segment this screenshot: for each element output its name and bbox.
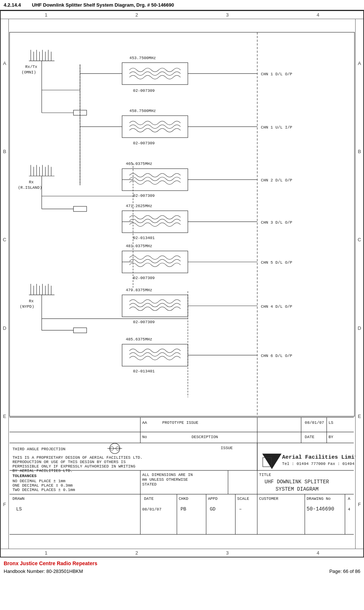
col-label-b1: 1 xyxy=(1,550,91,556)
svg-text:DESCRIPTION: DESCRIPTION xyxy=(192,435,218,439)
svg-text:UHF DOWNLINK SPLITTER: UHF DOWNLINK SPLITTER xyxy=(265,479,329,485)
svg-text:479.8375MHz: 479.8375MHz xyxy=(126,288,152,292)
svg-rect-45 xyxy=(73,206,87,212)
svg-text:CHN 6 D/L O/P: CHN 6 D/L O/P xyxy=(261,354,292,358)
svg-text:THIRD ANGLE PROJECTION: THIRD ANGLE PROJECTION xyxy=(12,447,65,451)
svg-text:mm UNLESS OTHERWISE: mm UNLESS OTHERWISE xyxy=(142,477,188,482)
svg-text:Rx/Tx: Rx/Tx xyxy=(25,65,37,69)
col-label-3: 3 xyxy=(182,12,273,18)
svg-text:Tel : 01494 777000  Fax : 0149: Tel : 01494 777000 Fax : 01494 777002 xyxy=(282,462,355,466)
col-label-1: 1 xyxy=(1,12,91,18)
svg-text:458.7500MHz: 458.7500MHz xyxy=(130,109,156,113)
svg-text:CHN 1 D/L O/P: CHN 1 D/L O/P xyxy=(261,72,292,76)
svg-text:4: 4 xyxy=(348,507,350,512)
col-label-2: 2 xyxy=(91,12,182,18)
row-label-c-right: C xyxy=(356,196,363,284)
svg-text:465.0375MHz: 465.0375MHz xyxy=(126,162,152,166)
svg-text:02-007309: 02-007309 xyxy=(133,141,155,145)
svg-text:ALL DIMENSIONS ARE IN: ALL DIMENSIONS ARE IN xyxy=(142,473,193,477)
svg-text:SCALE: SCALE xyxy=(237,497,249,501)
svg-text:TWO DECIMAL PLACES ± 0.1mm: TWO DECIMAL PLACES ± 0.1mm xyxy=(12,488,75,492)
svg-marker-128 xyxy=(263,454,281,469)
svg-text:ONE DECIMAL PLACE ± 0.3mm: ONE DECIMAL PLACE ± 0.3mm xyxy=(12,483,73,488)
col-label-b4: 4 xyxy=(273,550,363,556)
svg-text:(R.ISLAND): (R.ISLAND) xyxy=(18,185,42,190)
svg-text:02-013401: 02-013401 xyxy=(133,236,155,240)
svg-text:02-007309: 02-007309 xyxy=(133,276,155,280)
row-label-d-left: D xyxy=(1,284,8,372)
svg-rect-90 xyxy=(122,344,188,366)
diagram-svg: text { font-family: 'Courier New', Couri… xyxy=(9,19,355,549)
svg-text:50-146690: 50-146690 xyxy=(307,506,334,512)
svg-text:AA: AA xyxy=(142,420,147,425)
svg-text:TITLE: TITLE xyxy=(259,473,271,477)
svg-text:STATED: STATED xyxy=(142,482,157,487)
svg-text:TOLERANCES: TOLERANCES xyxy=(12,474,37,478)
svg-text:PB: PB xyxy=(181,506,186,512)
row-label-e-left: E xyxy=(1,372,8,460)
svg-text:DATE: DATE xyxy=(305,435,314,439)
col-label-b3: 3 xyxy=(182,550,273,556)
svg-text:(NYPD): (NYPD) xyxy=(20,304,34,309)
svg-text:SYSTEM DIAGRAM: SYSTEM DIAGRAM xyxy=(276,486,318,492)
row-label-f-left: F xyxy=(1,461,8,549)
row-label-a-right: A xyxy=(356,19,363,107)
row-label-c-left: C xyxy=(1,196,8,284)
section-number: 4.2.14.4 xyxy=(4,2,21,8)
row-label-f-right: F xyxy=(356,461,363,549)
row-label-e-right: E xyxy=(356,372,363,460)
svg-text:THIS IS A PROPRIETARY DESIGN O: THIS IS A PROPRIETARY DESIGN OF AERIAL F… xyxy=(12,455,142,460)
svg-text:BY: BY xyxy=(328,435,334,439)
footer-area: Bronx Justice Centre Radio Repeaters Han… xyxy=(0,557,364,577)
svg-text:Aerial Facilities Limited: Aerial Facilities Limited xyxy=(282,454,355,460)
row-label-d-right: D xyxy=(356,284,363,372)
svg-text:–: – xyxy=(239,506,242,512)
drawing-content: text { font-family: 'Courier New', Couri… xyxy=(9,19,355,549)
svg-text:02-007309: 02-007309 xyxy=(133,89,155,93)
row-label-b-right: B xyxy=(356,107,363,195)
svg-text:APPD: APPD xyxy=(208,497,218,501)
svg-text:DATE: DATE xyxy=(144,497,153,501)
svg-text:CHN 2 D/L O/P: CHN 2 D/L O/P xyxy=(261,178,292,183)
page-number: Page: 66 of 86 xyxy=(329,569,360,574)
title-text: UHF Downlink Splitter Shelf System Diagr… xyxy=(32,2,174,8)
svg-text:CHN 1 U/L I/P: CHN 1 U/L I/P xyxy=(261,125,292,130)
top-border: 1 2 3 4 xyxy=(1,11,363,19)
svg-text:Rx: Rx xyxy=(29,180,34,184)
svg-text:LS: LS xyxy=(16,506,22,512)
svg-rect-25 xyxy=(122,116,188,138)
svg-text:(OMNI): (OMNI) xyxy=(22,70,36,75)
svg-text:No: No xyxy=(142,435,147,439)
svg-text:CHN 5 D/L O/P: CHN 5 D/L O/P xyxy=(261,260,292,265)
svg-text:02-007309: 02-007309 xyxy=(133,194,155,198)
svg-text:CHN 3 D/L O/P: CHN 3 D/L O/P xyxy=(261,220,292,225)
svg-text:08/01/07: 08/01/07 xyxy=(305,420,324,425)
handbook-number: Handbook Number: 80-283501HBKM xyxy=(4,569,83,574)
bottom-border: 1 2 3 4 xyxy=(1,549,363,557)
svg-text:471.2625MHz: 471.2625MHz xyxy=(126,204,152,208)
row-label-a-left: A xyxy=(1,19,8,107)
left-border: A B C D E F xyxy=(1,19,9,549)
svg-text:GD: GD xyxy=(210,506,216,512)
svg-text:DRAWN: DRAWN xyxy=(12,497,25,501)
svg-text:LS: LS xyxy=(328,420,334,425)
footer-info: Handbook Number: 80-283501HBKM Page: 66 … xyxy=(4,569,360,574)
svg-text:481.0375MHz: 481.0375MHz xyxy=(126,244,152,248)
col-label-b2: 2 xyxy=(91,550,182,556)
svg-text:02-013401: 02-013401 xyxy=(133,369,155,373)
svg-text:A: A xyxy=(348,497,350,501)
svg-text:DRAWING No: DRAWING No xyxy=(307,497,331,501)
svg-text:PROTOTYPE ISSUE: PROTOTYPE ISSUE xyxy=(162,420,198,425)
svg-text:485.6375MHz: 485.6375MHz xyxy=(126,337,152,342)
svg-text:453.7500MHz: 453.7500MHz xyxy=(130,56,156,60)
svg-text:02-007309: 02-007309 xyxy=(133,320,155,324)
page-title: 4.2.14.4 UHF Downlink Splitter Shelf Sys… xyxy=(0,0,364,10)
svg-text:CHN 4 D/L O/P: CHN 4 D/L O/P xyxy=(261,304,292,309)
drawing-container: 1 2 3 4 1 2 3 4 A B C D E F A B C D E F … xyxy=(0,10,364,557)
footer-title: Bronx Justice Centre Radio Repeaters xyxy=(4,560,360,566)
svg-text:NO DECIMAL PLACE ± 1mm: NO DECIMAL PLACE ± 1mm xyxy=(12,479,65,483)
svg-rect-19 xyxy=(122,63,188,85)
svg-text:CHKD: CHKD xyxy=(179,497,189,501)
svg-text:BY AERIAL FACILITIES LTD.: BY AERIAL FACILITIES LTD. xyxy=(12,469,73,473)
svg-rect-80 xyxy=(73,328,87,333)
